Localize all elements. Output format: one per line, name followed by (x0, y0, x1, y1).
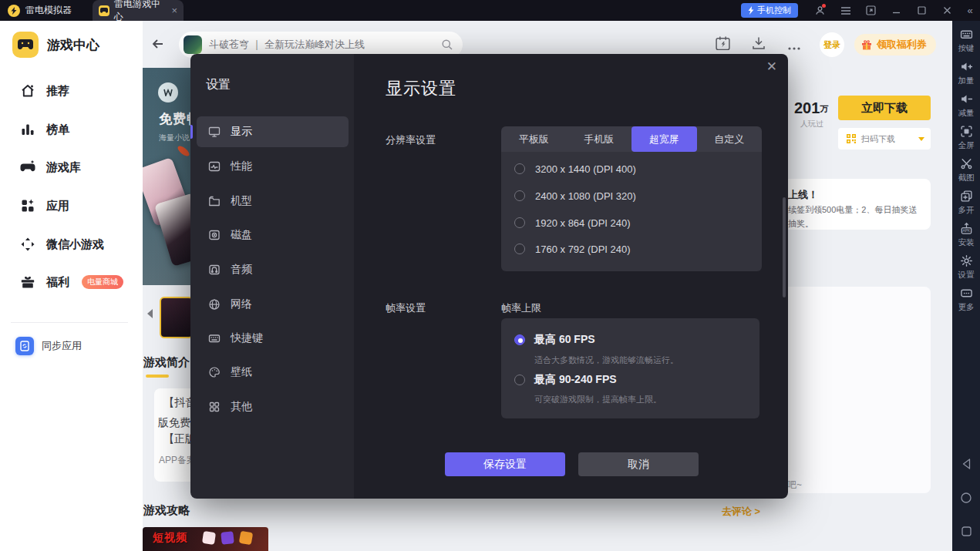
save-settings-button[interactable]: 保存设置 (445, 452, 565, 476)
menu-icon[interactable] (833, 0, 858, 21)
settings-menu-performance[interactable]: 性能 (197, 151, 349, 182)
rail-item-volume-up[interactable]: 加量 (958, 60, 975, 86)
daily-sign-icon[interactable] (715, 35, 731, 55)
android-recent-icon[interactable] (961, 526, 972, 537)
more-options-icon[interactable] (787, 40, 801, 54)
download-manager-icon[interactable] (751, 35, 766, 54)
coupon-label: 领取福利券 (877, 38, 927, 52)
tab-close-icon[interactable]: × (171, 5, 177, 15)
guide-heading: 游戏攻略 (143, 503, 190, 518)
sidebar-item-game-library[interactable]: 游戏库 (20, 157, 81, 177)
tab-ultrawide[interactable]: 超宽屏 (631, 126, 697, 152)
cancel-button[interactable]: 取消 (578, 452, 699, 476)
settings-menu-hotkeys[interactable]: 快捷键 (197, 323, 349, 354)
tab-phone[interactable]: 手机版 (567, 126, 632, 152)
carousel-thumbnail-selected[interactable] (160, 297, 194, 338)
home-icon (20, 83, 35, 99)
sidebar-item-wechat-minigames[interactable]: 微信小游戏 (20, 234, 104, 254)
rail-item-fullscreen[interactable]: 全屏 (958, 125, 975, 151)
rail-item-screenshot[interactable]: 截图 (958, 157, 975, 183)
rail-item-settings[interactable]: 设置 (958, 254, 975, 281)
guide-video-thumbnail[interactable]: 短视频 (143, 527, 268, 551)
rail-item-more[interactable]: 更多 (958, 287, 975, 313)
video-label: 短视频 (153, 531, 187, 545)
sidebar-item-recommend[interactable]: 推荐 (20, 81, 69, 101)
carousel-prev-icon[interactable] (146, 308, 154, 322)
resolution-option[interactable]: 2400 x 1080 (DPI 320) (514, 188, 636, 203)
rail-item-label: 安装 (958, 237, 975, 248)
android-nav-buttons (960, 458, 972, 551)
radio-icon[interactable] (514, 375, 525, 385)
rail-item-label: 加量 (958, 76, 975, 86)
close-icon[interactable] (935, 0, 960, 21)
tab-custom[interactable]: 自定义 (697, 126, 763, 152)
settings-menu-other[interactable]: 其他 (197, 391, 349, 422)
resolution-option-label: 1920 x 864 (DPI 240) (535, 217, 631, 229)
rail-item-apk-install[interactable]: APK 安装 (958, 222, 975, 248)
app-brand: 雷电模拟器 (8, 0, 72, 21)
search-icon[interactable] (441, 39, 453, 51)
settings-icon (960, 254, 973, 267)
resolution-option[interactable]: 1760 x 792 (DPI 240) (514, 241, 631, 257)
radio-icon[interactable] (514, 244, 525, 254)
gift-icon (860, 39, 873, 51)
rail-item-label: 全屏 (958, 140, 975, 151)
fps-option-60[interactable]: 最高 60 FPS (514, 333, 595, 347)
sidebar-item-ranking[interactable]: 榜单 (20, 119, 69, 139)
settings-menu-wallpaper[interactable]: 壁纸 (197, 357, 349, 388)
network-icon (208, 298, 221, 311)
sidebar-divider (11, 322, 128, 323)
collapse-icon[interactable]: « (960, 5, 980, 16)
settings-menu-display[interactable]: 显示 (197, 116, 349, 147)
settings-menu-disk[interactable]: 磁盘 (197, 220, 349, 250)
settings-menu-label: 网络 (231, 297, 252, 311)
popout-icon[interactable] (858, 0, 884, 21)
game-center-logo-icon (12, 32, 39, 58)
rail-item-volume-down[interactable]: 减量 (958, 92, 975, 119)
login-label: 登录 (823, 39, 840, 51)
sidebar-item-apps[interactable]: 应用 (20, 196, 69, 216)
back-button[interactable] (151, 37, 165, 54)
account-icon[interactable] (807, 0, 833, 21)
app-icon-decor (221, 531, 234, 545)
radio-icon[interactable] (514, 163, 525, 174)
maximize-icon[interactable] (909, 0, 935, 21)
dialog-scrollbar-thumb[interactable] (783, 197, 786, 297)
game-thumbnail (184, 35, 202, 54)
framerate-section-label: 帧率设置 (386, 301, 426, 315)
resolution-tabs: 平板版 手机版 超宽屏 自定义 (501, 126, 762, 152)
claim-coupon-button[interactable]: 领取福利券 (854, 34, 936, 55)
sidebar-item-welfare[interactable]: 福利 电量商城 (20, 272, 123, 292)
tab-game-center[interactable]: 雷电游戏中心 × (93, 0, 184, 21)
resolution-option-label: 2400 x 1080 (DPI 320) (535, 190, 636, 202)
activity-line: 续签到领500电量；2、每日抽奖送 (788, 204, 917, 216)
resolution-option[interactable]: 3200 x 1440 (DPI 400) (514, 161, 636, 176)
rail-item-multi-instance[interactable]: 多开 (958, 190, 975, 216)
radio-selected-icon[interactable] (514, 334, 525, 345)
sync-apps-item[interactable]: 同步应用 (15, 337, 82, 355)
rail-item-keymapping[interactable]: 按键 (958, 28, 975, 54)
more-icon (960, 287, 973, 300)
android-home-icon[interactable] (960, 492, 972, 504)
settings-menu-device-model[interactable]: 机型 (197, 186, 349, 217)
minimize-icon[interactable] (884, 0, 909, 21)
resolution-option[interactable]: 1920 x 864 (DPI 240) (514, 215, 631, 230)
settings-menu-network[interactable]: 网络 (197, 289, 349, 320)
go-comment-link[interactable]: 去评论 > (722, 505, 760, 519)
tab-tablet[interactable]: 平板版 (501, 126, 567, 152)
fps-option-90-240[interactable]: 最高 90-240 FPS (514, 373, 617, 387)
android-back-icon[interactable] (961, 458, 972, 470)
radio-icon[interactable] (514, 217, 525, 228)
scan-download-button[interactable]: 扫码下载 (838, 128, 931, 150)
radio-icon[interactable] (514, 190, 525, 201)
settings-menu-audio[interactable]: 音频 (197, 254, 349, 285)
download-now-button[interactable]: 立即下载 (838, 96, 931, 120)
login-button[interactable]: 登录 (820, 32, 844, 57)
fps-option-label: 最高 90-240 FPS (534, 373, 617, 387)
novel-app-logo-icon (158, 82, 178, 102)
fullscreen-icon (960, 125, 973, 138)
display-icon (208, 126, 221, 138)
dialog-close-icon[interactable]: ✕ (766, 60, 777, 73)
phone-control-button[interactable]: 手机控制 (741, 3, 798, 18)
right-toolbar: 按键 加量 减量 全屏 截图 多开 APK 安装 设置 (952, 21, 980, 551)
